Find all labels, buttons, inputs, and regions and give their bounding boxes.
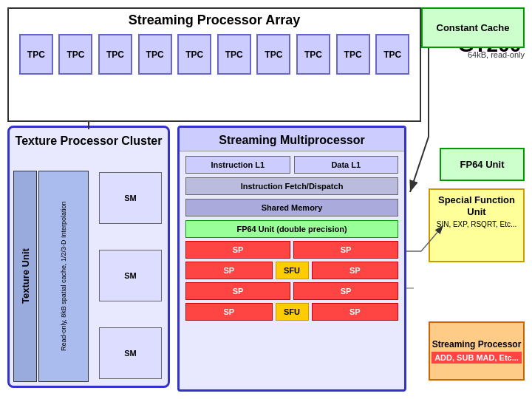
fp64-unit-box: FP64 Unit	[440, 148, 525, 181]
sp-box-1-2: SP	[293, 241, 398, 259]
sp-row-3: SP SP	[185, 282, 398, 300]
streaming-multiprocessor-box: Streaming Multiprocessor Instruction L1 …	[177, 126, 406, 392]
sm-label-1: SM	[124, 194, 137, 202]
streaming-processor-title: Streaming Processor	[432, 339, 522, 349]
texture-unit-text: Texture Unit	[20, 249, 31, 304]
sfu-outer-box: Special Function Unit SIN, EXP, RSQRT, E…	[429, 188, 525, 262]
sm-block-2: SM	[99, 250, 162, 301]
sfu-box-inner-1: SFU	[276, 262, 309, 279]
tpc-cell-9: TPC	[375, 34, 409, 75]
fp64-double-box: FP64 Unit (double precision)	[185, 220, 398, 238]
sp-row-2: SP SFU SP	[185, 262, 398, 279]
tpc-cell-7: TPC	[296, 34, 330, 75]
tpc-cell-4: TPC	[177, 34, 211, 75]
constant-cache-sublabel: 64kB, read-only	[468, 50, 525, 59]
sp-box-3-1: SP	[185, 282, 290, 300]
tpc-cluster-box: Texture Processor Cluster Texture Unit R…	[7, 126, 170, 388]
sp-row-4: SP SFU SP	[185, 303, 398, 321]
sp-box-1-1: SP	[185, 241, 290, 259]
sp-box-4-2: SP	[312, 303, 399, 321]
sp-box-4-1: SP	[185, 303, 273, 321]
constant-cache-box: Constant Cache	[421, 7, 525, 48]
tpc-cell-2: TPC	[98, 34, 132, 75]
sp-row-1: SP SP	[185, 241, 398, 259]
instr-fetch-box: Instruction Fetch/Dispatch	[185, 177, 398, 195]
sfu-box-inner-2: SFU	[276, 303, 309, 321]
sp-box-3-2: SP	[293, 282, 398, 300]
instr-l1-box: Instruction L1	[185, 156, 290, 174]
sm-main-title: Streaming Multiprocessor	[180, 128, 404, 151]
tpc-cluster-title: Texture Processor Cluster	[10, 128, 168, 151]
sfu-outer-title: Special Function Unit	[434, 194, 519, 217]
tpc-row: TPC TPC TPC TPC TPC TPC TPC TPC TPC TPC	[9, 34, 420, 75]
l1-row: Instruction L1 Data L1	[185, 156, 398, 174]
streaming-processor-box: Streaming Processor ADD, SUB MAD, Etc...	[429, 321, 525, 381]
sm-label-3: SM	[124, 349, 137, 358]
tpc-cell-8: TPC	[336, 34, 370, 75]
streaming-processor-sub: ADD, SUB MAD, Etc...	[432, 352, 522, 364]
sfu-outer-sub: SIN, EXP, RSQRT, Etc...	[437, 220, 517, 228]
tpc-cell-6: TPC	[256, 34, 290, 75]
tpc-cell-1: TPC	[58, 34, 92, 75]
sm-block-3: SM	[99, 327, 162, 379]
sp-box-2-1: SP	[185, 262, 273, 279]
tpc-cell-5: TPC	[217, 34, 251, 75]
sm-label-2: SM	[124, 271, 137, 280]
sp-box-2-2: SP	[312, 262, 399, 279]
spa-box: Streaming Processor Array TPC TPC TPC TP…	[7, 7, 421, 122]
constant-cache-label: Constant Cache	[437, 22, 510, 33]
shared-mem-box: Shared Memory	[185, 199, 398, 216]
tpc-cell-0: TPC	[19, 34, 53, 75]
data-l1-box: Data L1	[294, 156, 399, 174]
texture-unit-area: Texture Unit Read-only, 8kB spatial cach…	[13, 171, 89, 382]
spa-title: Streaming Processor Array	[9, 9, 420, 34]
texture-unit-sublabel-text: Read-only, 8kB spatial cache, 1/2/3-D In…	[60, 202, 67, 351]
sm-block-1: SM	[99, 172, 162, 224]
main-container: NVIDIA GT200 Streaming Processor Array T…	[0, 0, 532, 399]
texture-unit-sub: Read-only, 8kB spatial cache, 1/2/3-D In…	[38, 171, 89, 382]
texture-unit-label: Texture Unit	[13, 171, 37, 382]
tpc-cell-3: TPC	[138, 34, 172, 75]
